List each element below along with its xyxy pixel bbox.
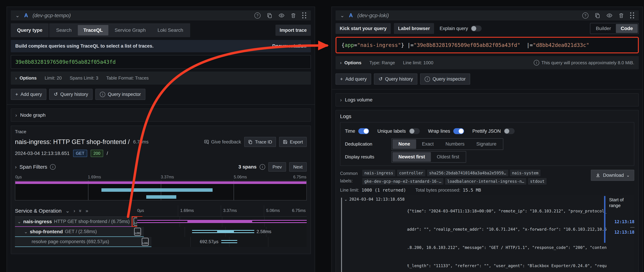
- tick-label: 3.37ms: [161, 175, 174, 180]
- span-row-nais-ingress[interactable]: ⌄ nais-ingress HTTP GET shop-frontend / …: [15, 217, 307, 227]
- options-chevron-icon: ›: [340, 60, 342, 65]
- trace-path: /: [107, 150, 108, 156]
- span-filters-label: Span Filters: [20, 164, 47, 170]
- span-service: shop-frontend: [30, 229, 63, 234]
- trace-timestamp: 2024-03-04 12:13:18.651: [15, 150, 70, 156]
- expand-all-icon[interactable]: »: [86, 208, 88, 214]
- collapse-all-icon[interactable]: »: [78, 210, 83, 212]
- time-toggle[interactable]: [358, 128, 369, 134]
- span-operation: HTTP GET shop-frontend / (6.75ms): [54, 219, 130, 224]
- query-inspector-button[interactable]: iQuery inspector: [95, 89, 145, 100]
- comment-icon: [204, 139, 209, 144]
- download-button[interactable]: Download ⌄: [591, 170, 634, 181]
- span-logs-icon[interactable]: LOG: [142, 238, 149, 246]
- copy-icon[interactable]: [267, 13, 272, 18]
- drag-handle-icon[interactable]: [302, 12, 306, 18]
- logs-meta-stats: Line limit: 1000 (1 returned) Total byte…: [340, 188, 634, 193]
- row-chevron-icon[interactable]: ⌄: [17, 219, 21, 224]
- query-history-button[interactable]: ↺Query history: [49, 89, 92, 100]
- tab-traceql[interactable]: TraceQL: [78, 25, 108, 36]
- range-from-time[interactable]: 12:13:18: [614, 219, 634, 224]
- logs-volume-panel[interactable]: › Logs volume: [336, 93, 639, 106]
- traceql-query-input[interactable]: 39e8b83281976509ef05ab82f05a43fd: [11, 55, 311, 69]
- node-graph-title: Node graph: [20, 112, 46, 118]
- prev-button[interactable]: Prev: [268, 162, 286, 172]
- info-icon: i: [534, 60, 539, 66]
- log-message[interactable]: {"time": "2024-03-04T11:13:18+00:00", "r…: [407, 196, 607, 272]
- drag-handle-icon[interactable]: [630, 12, 634, 18]
- span-logs-icon[interactable]: LOG: [134, 228, 141, 236]
- minimap-span-child: [102, 188, 212, 192]
- dedup-numbers-option[interactable]: Numbers: [440, 139, 470, 149]
- dedup-signature-option[interactable]: Signature: [470, 139, 502, 149]
- range-to-time[interactable]: 12:13:18: [614, 230, 634, 235]
- explain-query-toggle[interactable]: [471, 26, 482, 32]
- sort-chevron-down-icon[interactable]: ⌄: [65, 208, 70, 214]
- node-graph-panel[interactable]: › Node graph: [11, 108, 311, 122]
- add-query-button[interactable]: +Add query: [336, 74, 371, 84]
- collapse-query-icon[interactable]: ⌄: [340, 13, 344, 18]
- minimap-span-grandchild: [146, 195, 176, 199]
- wrap-lines-toggle[interactable]: [453, 128, 464, 134]
- documentation-link[interactable]: Documentation: [272, 44, 306, 49]
- span-bar[interactable]: [221, 240, 237, 243]
- line-limit-value: 1000 (1 returned): [362, 188, 406, 192]
- export-button[interactable]: Export: [279, 137, 307, 147]
- log-scrollbar[interactable]: [604, 196, 606, 243]
- explain-query-label: Explain query: [440, 26, 468, 31]
- waterfall-ruler: 0µs 1.69ms 3.37ms 5.06ms 6.75ms: [135, 205, 307, 216]
- trace-duration: 6.75ms: [133, 139, 149, 145]
- chevron-right-icon[interactable]: ›: [74, 208, 75, 214]
- log-row-chevron-icon[interactable]: ⌄: [344, 197, 348, 272]
- code-mode-button[interactable]: Code: [616, 24, 638, 33]
- eye-icon[interactable]: [606, 13, 612, 18]
- dedup-exact-option[interactable]: Exact: [416, 139, 440, 149]
- tab-search[interactable]: Search: [50, 25, 77, 36]
- unique-labels-toggle-label: Unique labels: [378, 128, 406, 134]
- query-history-button[interactable]: ↺Query history: [374, 74, 417, 84]
- span-row-shop-frontend[interactable]: ⌄ shop-frontend GET / (2.58ms) LOG 2.58m…: [15, 227, 307, 237]
- node-graph-chevron-icon: ›: [15, 112, 17, 118]
- loki-options-row[interactable]: ›Options Type: Range Line limit: 1000 i …: [336, 56, 639, 69]
- trace-minimap[interactable]: 0µs 1.69ms 3.37ms 5.06ms 6.75ms: [15, 174, 307, 200]
- span-service: nais-ingress: [23, 219, 52, 224]
- tempo-options-row[interactable]: ›Options Limit: 20 Spans Limit: 3 Table …: [11, 72, 311, 84]
- query-inspector-button[interactable]: iQuery inspector: [420, 74, 470, 84]
- trace-panel-title: Trace: [15, 129, 307, 134]
- eye-icon[interactable]: [278, 13, 284, 18]
- collapse-query-icon[interactable]: ⌄: [15, 13, 20, 18]
- copy-icon[interactable]: [595, 13, 600, 18]
- give-feedback-link[interactable]: Give feedback: [204, 139, 241, 145]
- tab-service-graph[interactable]: Service Graph: [109, 25, 151, 36]
- import-trace-button[interactable]: Import trace: [276, 25, 311, 36]
- tab-loki-search[interactable]: Loki Search: [152, 25, 189, 36]
- minimap-span-root: [15, 181, 306, 184]
- save-icon: [283, 140, 288, 144]
- oldest-first-option[interactable]: Oldest first: [431, 152, 465, 162]
- newest-first-option[interactable]: Newest first: [392, 152, 431, 162]
- builder-mode-button[interactable]: Builder: [591, 24, 616, 33]
- trace-id-button[interactable]: Trace ID: [244, 137, 276, 147]
- history-icon: ↺: [378, 76, 382, 82]
- trash-icon[interactable]: [291, 13, 296, 18]
- trash-icon[interactable]: [619, 13, 624, 18]
- span-filters-chevron-icon[interactable]: ›: [15, 164, 17, 170]
- help-icon[interactable]: ?: [582, 12, 588, 18]
- logs-panel-title: Logs: [340, 114, 634, 119]
- dedup-none-option[interactable]: None: [392, 139, 416, 149]
- label-chip: stdout: [528, 178, 546, 185]
- query-ref-id: A: [349, 12, 353, 18]
- unique-labels-toggle[interactable]: [409, 128, 420, 134]
- add-query-button[interactable]: +Add query: [11, 89, 46, 100]
- log-navigation: Start of range 12:13:18 — 12:13:18: [607, 197, 635, 272]
- kick-start-query-button[interactable]: Kick start your query: [336, 23, 391, 34]
- span-row-resolve-page-components[interactable]: resolve page components (692.57µs) LOG 6…: [15, 237, 307, 247]
- log-rows: ⌄ 2024-03-04 12:13:18.658 {"time": "2024…: [340, 195, 634, 272]
- time-toggle-label: Time: [345, 128, 355, 134]
- label-browser-button[interactable]: Label browser: [394, 23, 434, 34]
- row-chevron-icon[interactable]: ⌄: [24, 230, 28, 234]
- help-icon[interactable]: ?: [254, 12, 260, 18]
- loki-query-input[interactable]: {app="nais-ingress"} |="39e8b83281976509…: [337, 38, 638, 52]
- prettify-json-toggle[interactable]: [504, 128, 514, 134]
- next-button[interactable]: Next: [289, 162, 307, 172]
